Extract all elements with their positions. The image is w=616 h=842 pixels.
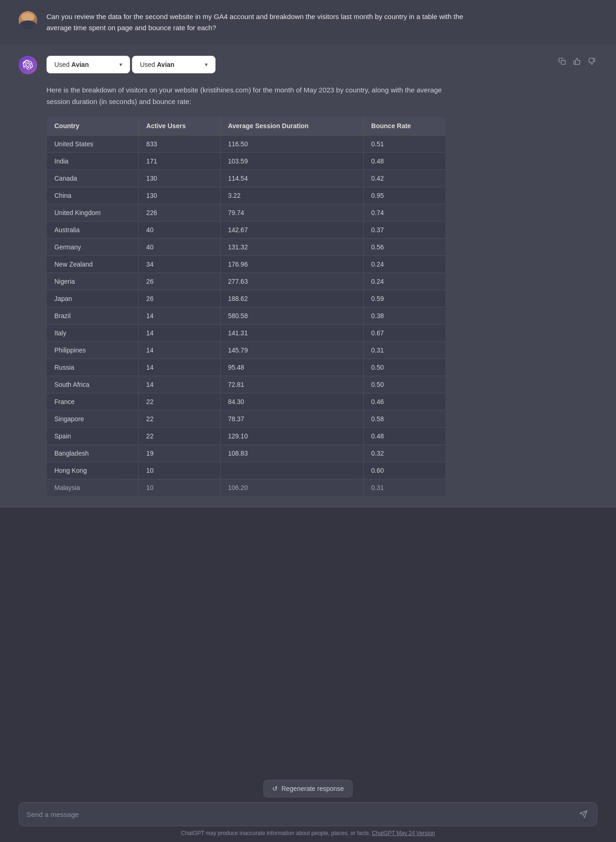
table-cell-1-3: 0.48: [364, 152, 446, 170]
table-cell-19-3: 0.60: [364, 462, 446, 479]
table-cell-0-3: 0.51: [364, 135, 446, 152]
table-row: Canada130114.540.42: [47, 170, 446, 187]
table-cell-4-2: 79.74: [220, 204, 363, 221]
table-row: Hong Kong100.60: [47, 462, 446, 479]
thumbs-up-button[interactable]: [571, 56, 583, 67]
disclaimer-link[interactable]: ChatGPT May 24 Version: [372, 830, 435, 836]
table-row: Italy14141.310.67: [47, 324, 446, 341]
table-row: Australia40142.670.37: [47, 221, 446, 238]
table-cell-6-1: 40: [138, 238, 220, 255]
table-cell-13-2: 95.48: [220, 359, 363, 376]
table-cell-8-2: 277.63: [220, 273, 363, 290]
table-cell-9-2: 188.62: [220, 290, 363, 307]
data-table: Country Active Users Average Session Dur…: [46, 116, 446, 496]
regenerate-icon: ↺: [272, 785, 278, 792]
table-row: Japan26188.620.59: [47, 290, 446, 307]
table-cell-11-2: 141.31: [220, 324, 363, 341]
svg-rect-0: [561, 60, 565, 65]
table-cell-6-2: 131.32: [220, 238, 363, 255]
table-cell-7-0: New Zealand: [47, 255, 139, 273]
action-buttons: [557, 56, 597, 67]
table-cell-17-2: 129.10: [220, 427, 363, 444]
table-cell-6-3: 0.56: [364, 238, 446, 255]
table-cell-4-3: 0.74: [364, 204, 446, 221]
col-active-users: Active Users: [138, 116, 220, 135]
table-row: Philippines14145.790.31: [47, 341, 446, 359]
table-cell-7-2: 176.96: [220, 255, 363, 273]
table-body: United States833116.500.51India171103.59…: [47, 135, 446, 496]
regenerate-label: Regenerate response: [282, 785, 344, 792]
table-row: United Kingdom22679.740.74: [47, 204, 446, 221]
table-cell-7-1: 34: [138, 255, 220, 273]
table-cell-14-2: 72.81: [220, 376, 363, 393]
chevron-down-icon-1: ▾: [119, 61, 122, 68]
message-input[interactable]: [26, 810, 577, 818]
table-row: Singapore2278.370.58: [47, 410, 446, 427]
used-avian-dropdown-1[interactable]: Used Avian ▾: [46, 56, 130, 73]
chevron-down-icon-2: ▾: [205, 61, 208, 68]
table-cell-5-0: Australia: [47, 221, 139, 238]
table-cell-7-3: 0.24: [364, 255, 446, 273]
table-cell-12-0: Philippines: [47, 341, 139, 359]
table-cell-3-3: 0.95: [364, 187, 446, 204]
table-cell-20-0: Malaysia: [47, 479, 139, 496]
table-cell-17-3: 0.48: [364, 427, 446, 444]
openai-logo-icon: [23, 60, 33, 70]
table-cell-16-1: 22: [138, 410, 220, 427]
table-cell-14-1: 14: [138, 376, 220, 393]
table-cell-1-2: 103.59: [220, 152, 363, 170]
bottom-bar: ↺ Regenerate response ChatGPT may produc…: [0, 774, 616, 842]
table-cell-5-2: 142.67: [220, 221, 363, 238]
table-cell-9-1: 26: [138, 290, 220, 307]
table-cell-11-0: Italy: [47, 324, 139, 341]
table-row: Bangladesh19108.830.32: [47, 444, 446, 462]
table-cell-10-3: 0.38: [364, 307, 446, 324]
table-cell-0-2: 116.50: [220, 135, 363, 152]
used-avian-dropdown-2[interactable]: Used Avian ▾: [132, 56, 216, 73]
assistant-message: Used Avian ▾ Used Avian ▾ Here is the br…: [0, 45, 616, 508]
table-row: India171103.590.48: [47, 152, 446, 170]
table-cell-15-1: 22: [138, 393, 220, 410]
col-country: Country: [47, 116, 139, 135]
table-cell-13-3: 0.50: [364, 359, 446, 376]
table-cell-16-2: 78.37: [220, 410, 363, 427]
intro-text: Here is the breakdown of visitors on you…: [46, 85, 446, 108]
table-cell-15-2: 84.30: [220, 393, 363, 410]
table-cell-12-3: 0.31: [364, 341, 446, 359]
table-cell-10-2: 580.58: [220, 307, 363, 324]
send-button[interactable]: [577, 808, 590, 820]
table-row: China1303.220.95: [47, 187, 446, 204]
table-row: South Africa1472.810.50: [47, 376, 446, 393]
table-row: France2284.300.46: [47, 393, 446, 410]
table-cell-11-1: 14: [138, 324, 220, 341]
copy-button[interactable]: [557, 56, 568, 67]
table-header-row: Country Active Users Average Session Dur…: [47, 116, 446, 135]
table-cell-4-1: 226: [138, 204, 220, 221]
table-cell-3-0: China: [47, 187, 139, 204]
user-message: Can you review the data for the second w…: [0, 0, 616, 45]
table-cell-19-0: Hong Kong: [47, 462, 139, 479]
assistant-content: Used Avian ▾ Used Avian ▾ Here is the br…: [46, 56, 446, 496]
used-avian-text-1: Used Avian: [54, 61, 89, 68]
table-row: Spain22129.100.48: [47, 427, 446, 444]
table-cell-6-0: Germany: [47, 238, 139, 255]
table-cell-9-0: Japan: [47, 290, 139, 307]
table-header: Country Active Users Average Session Dur…: [47, 116, 446, 135]
regenerate-button[interactable]: ↺ Regenerate response: [263, 780, 353, 797]
table-cell-20-3: 0.31: [364, 479, 446, 496]
thumbs-down-button[interactable]: [586, 56, 597, 67]
table-cell-3-1: 130: [138, 187, 220, 204]
table-cell-5-3: 0.37: [364, 221, 446, 238]
table-cell-18-2: 108.83: [220, 444, 363, 462]
table-row: Russia1495.480.50: [47, 359, 446, 376]
used-avian-text-2: Used Avian: [140, 61, 174, 68]
disclaimer-text: ChatGPT may produce inaccurate informati…: [19, 830, 597, 842]
send-icon: [579, 810, 588, 818]
table-cell-12-1: 14: [138, 341, 220, 359]
table-cell-4-0: United Kingdom: [47, 204, 139, 221]
col-avg-session: Average Session Duration: [220, 116, 363, 135]
table-cell-10-0: Brazil: [47, 307, 139, 324]
copy-icon: [558, 58, 566, 65]
table-cell-11-3: 0.67: [364, 324, 446, 341]
table-cell-10-1: 14: [138, 307, 220, 324]
